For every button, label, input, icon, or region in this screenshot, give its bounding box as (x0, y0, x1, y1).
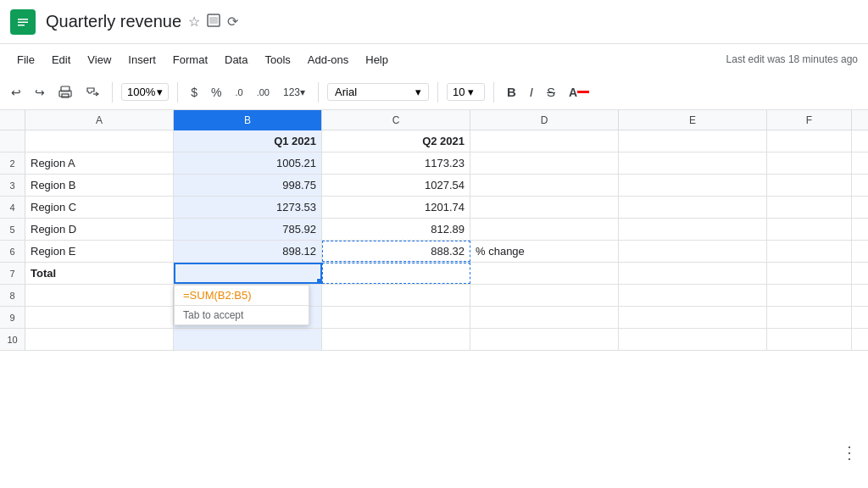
cell-c2[interactable]: 1173.23 (322, 152, 470, 174)
cell-b1[interactable]: Q1 2021 (174, 130, 322, 152)
cell-d1[interactable] (470, 130, 619, 152)
decimal-increase-button[interactable]: .00 (253, 85, 274, 100)
cell-a8[interactable] (25, 285, 174, 306)
col-header-b[interactable]: B (174, 110, 322, 130)
undo-button[interactable]: ↩ (7, 83, 25, 102)
menu-view[interactable]: View (81, 50, 118, 69)
document-title[interactable]: Quarterly revenue (46, 12, 181, 31)
redo-button[interactable]: ↪ (31, 83, 49, 102)
zoom-control[interactable]: 100% ▾ (121, 83, 169, 101)
col-header-d[interactable]: D (470, 110, 619, 130)
decimal-decrease-button[interactable]: .0 (231, 85, 248, 100)
col-header-f[interactable]: F (767, 110, 852, 130)
cell-f7[interactable] (767, 263, 852, 284)
cell-c7[interactable] (322, 263, 470, 284)
cell-d8[interactable] (470, 285, 619, 306)
cell-e2[interactable] (619, 152, 767, 174)
cell-e5[interactable] (619, 219, 767, 240)
font-color-button[interactable]: A (565, 83, 593, 102)
strikethrough-button[interactable]: S (542, 82, 559, 102)
cell-b10[interactable] (174, 329, 322, 350)
cell-a10[interactable] (25, 329, 174, 350)
cell-f2[interactable] (767, 152, 852, 174)
col-header-a[interactable]: A (25, 110, 174, 130)
cell-d9[interactable] (470, 307, 619, 328)
cell-e4[interactable] (619, 197, 767, 218)
cell-b5[interactable]: 785.92 (174, 219, 322, 240)
cell-f8[interactable] (767, 285, 852, 306)
cell-f4[interactable] (767, 197, 852, 218)
cell-c9[interactable] (322, 307, 470, 328)
cell-d4[interactable] (470, 197, 619, 218)
cell-e8[interactable] (619, 285, 767, 306)
cell-e1[interactable] (619, 130, 767, 152)
cell-a4[interactable]: Region C (25, 197, 174, 218)
menu-help[interactable]: Help (359, 50, 395, 69)
print-button[interactable] (54, 83, 76, 102)
total-row: 7 Total =SUM(B2:B5) Tab to accept (0, 263, 868, 285)
cell-f5[interactable] (767, 219, 852, 240)
paint-format-button[interactable] (81, 83, 103, 102)
cell-c1[interactable]: Q2 2021 (322, 130, 470, 152)
more-options-button[interactable]: ⋮ (841, 442, 858, 463)
cell-f3[interactable] (767, 175, 852, 196)
cell-d7[interactable] (470, 263, 619, 284)
menu-addons[interactable]: Add-ons (301, 50, 355, 69)
cell-c10[interactable] (322, 329, 470, 350)
menu-data[interactable]: Data (218, 50, 254, 69)
cell-c8[interactable] (322, 285, 470, 306)
currency-button[interactable]: $ (186, 83, 202, 102)
cell-e9[interactable] (619, 307, 767, 328)
cell-e7[interactable] (619, 263, 767, 284)
cloud-sync-icon[interactable]: ⟳ (227, 14, 238, 30)
menu-edit[interactable]: Edit (45, 50, 77, 69)
cell-b4[interactable]: 1273.53 (174, 197, 322, 218)
cell-a3[interactable]: Region B (25, 175, 174, 196)
menu-format[interactable]: Format (166, 50, 214, 69)
more-formats-button[interactable]: 123▾ (279, 84, 309, 101)
cell-c5[interactable]: 812.89 (322, 219, 470, 240)
menu-file[interactable]: File (10, 50, 42, 69)
cell-d2[interactable] (470, 152, 619, 174)
cell-f6[interactable] (767, 241, 852, 262)
cell-e3[interactable] (619, 175, 767, 196)
autocomplete-value: =SUM(B2:B5) (175, 286, 309, 305)
italic-button[interactable]: I (526, 82, 537, 102)
cell-d6[interactable]: % change (470, 241, 619, 262)
cell-b6[interactable]: 898.12 (174, 241, 322, 262)
cell-a7[interactable]: Total (25, 263, 174, 284)
cell-a6[interactable]: Region E (25, 241, 174, 262)
row-num: 7 (0, 263, 25, 284)
cell-b2[interactable]: 1005.21 (174, 152, 322, 174)
cell-a5[interactable]: Region D (25, 219, 174, 240)
percent-button[interactable]: % (207, 83, 225, 102)
cell-c3[interactable]: 1027.54 (322, 175, 470, 196)
cell-d5[interactable] (470, 219, 619, 240)
cell-a2[interactable]: Region A (25, 152, 174, 174)
bold-button[interactable]: B (503, 82, 520, 102)
star-icon[interactable]: ☆ (188, 14, 200, 30)
folder-icon[interactable] (207, 14, 220, 30)
cell-c4[interactable]: 1201.74 (322, 197, 470, 218)
cell-e6[interactable] (619, 241, 767, 262)
font-size-selector[interactable]: 10 ▾ (447, 83, 485, 101)
font-selector[interactable]: Arial ▾ (327, 83, 429, 101)
cell-d3[interactable] (470, 175, 619, 196)
rows-container: Q1 2021 Q2 2021 2 Region A 1005.21 1173.… (0, 130, 868, 488)
cell-a1[interactable] (25, 130, 174, 152)
menu-insert[interactable]: Insert (121, 50, 163, 69)
cell-e10[interactable] (619, 329, 767, 350)
column-headers: A B C D E F (0, 110, 868, 130)
cell-c6[interactable]: 888.32 (322, 241, 470, 262)
cell-b3[interactable]: 998.75 (174, 175, 322, 196)
cell-d10[interactable] (470, 329, 619, 350)
cell-f10[interactable] (767, 329, 852, 350)
autocomplete-popup[interactable]: =SUM(B2:B5) Tab to accept (174, 285, 309, 325)
cell-b7[interactable] (174, 263, 322, 284)
menu-tools[interactable]: Tools (258, 50, 297, 69)
col-header-c[interactable]: C (322, 110, 470, 130)
col-header-e[interactable]: E (619, 110, 767, 130)
cell-a9[interactable] (25, 307, 174, 328)
cell-f9[interactable] (767, 307, 852, 328)
cell-f1[interactable] (767, 130, 852, 152)
